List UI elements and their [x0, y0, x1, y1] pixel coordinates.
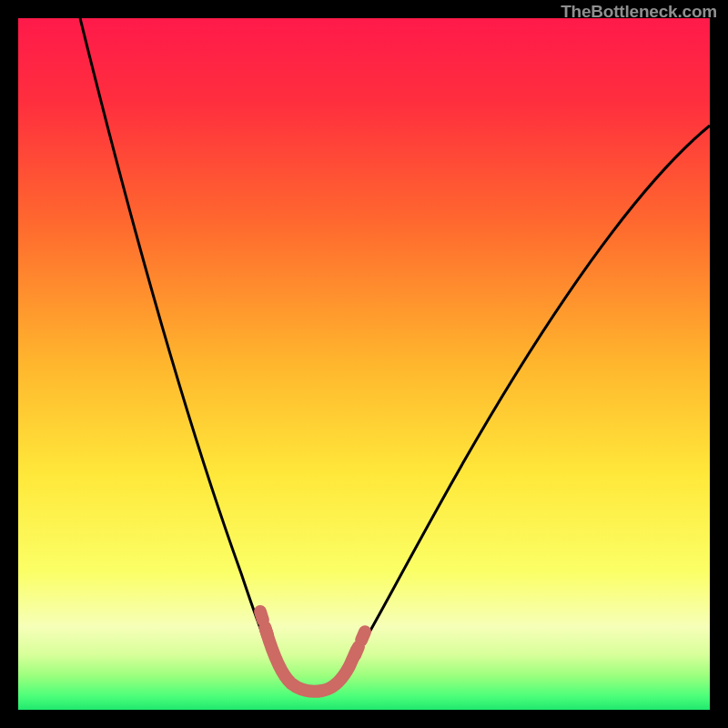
bottleneck-curve	[18, 18, 710, 710]
curve-highlight	[266, 630, 357, 692]
watermark-text: TheBottleneck.com	[561, 2, 717, 22]
curve-highlight-right-dash	[355, 630, 366, 655]
chart-frame	[18, 18, 710, 710]
curve-path	[80, 18, 710, 690]
curve-highlight-left-dash	[260, 612, 268, 635]
